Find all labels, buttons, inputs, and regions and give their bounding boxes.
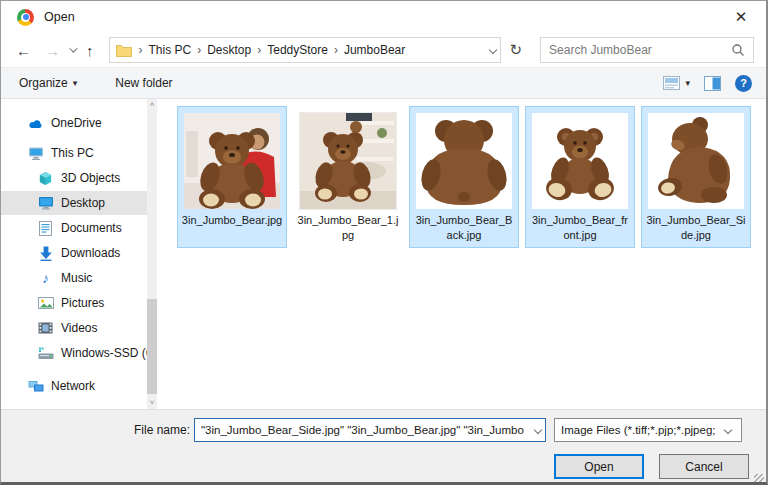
breadcrumb-separator: › bbox=[331, 43, 341, 57]
file-type-value: Image Files (*.tiff;*.pjp;*.pjpeg; bbox=[561, 424, 721, 436]
search-icon[interactable] bbox=[731, 43, 745, 57]
sidebar-item-label: 3D Objects bbox=[61, 171, 120, 185]
close-icon[interactable]: ✕ bbox=[726, 4, 756, 30]
sidebar-item-3d-objects[interactable]: 3D Objects bbox=[1, 166, 147, 190]
folder-icon bbox=[116, 44, 132, 57]
sidebar-item-label: Desktop bbox=[61, 196, 105, 210]
file-tile-jumbo-bear-side[interactable]: 3in_Jumbo_Bear_Side.jpg bbox=[641, 106, 751, 248]
up-icon[interactable]: ↑ bbox=[79, 42, 101, 59]
cancel-button[interactable]: Cancel bbox=[659, 454, 749, 479]
sidebar-item-label: Documents bbox=[61, 221, 122, 235]
address-bar[interactable]: › This PC › Desktop › TeddyStore › Jumbo… bbox=[109, 37, 501, 63]
cancel-button-label: Cancel bbox=[685, 460, 722, 474]
desktop-icon bbox=[37, 195, 54, 211]
resize-grip[interactable] bbox=[754, 474, 764, 484]
refresh-icon[interactable]: ↻ bbox=[501, 41, 532, 59]
sidebar-item-network[interactable]: Network bbox=[1, 374, 147, 398]
file-name-label: 3in_Jumbo_Bear_1.jpg bbox=[297, 213, 399, 243]
sidebar-item-videos[interactable]: Videos bbox=[1, 316, 147, 340]
help-icon[interactable]: ? bbox=[735, 75, 752, 92]
scroll-down-icon[interactable]: ˅ bbox=[148, 399, 156, 407]
file-tile-jumbo-bear-1[interactable]: 3in_Jumbo_Bear_1.jpg bbox=[293, 106, 403, 248]
cube-icon bbox=[37, 170, 54, 186]
file-name-label: 3in_Jumbo_Bear_Back.jpg bbox=[413, 213, 515, 243]
breadcrumb-teddystore[interactable]: TeddyStore bbox=[264, 43, 331, 57]
preview-pane-icon[interactable] bbox=[704, 76, 721, 91]
view-caret-icon: ▾ bbox=[685, 78, 690, 88]
open-file-dialog: Open ✕ ← → ↑ › This PC › Desktop › Teddy… bbox=[0, 0, 768, 485]
scroll-up-icon[interactable]: ˄ bbox=[148, 101, 156, 109]
change-view-button[interactable]: ▾ bbox=[663, 76, 690, 90]
open-button-label: Open bbox=[584, 460, 613, 474]
thumbnail-bear-in-room bbox=[300, 113, 396, 209]
sidebar-item-onedrive[interactable]: OneDrive bbox=[1, 111, 147, 135]
sidebar-item-desktop[interactable]: Desktop bbox=[1, 191, 147, 215]
new-folder-button[interactable]: New folder bbox=[115, 76, 172, 90]
sidebar-item-label: This PC bbox=[51, 146, 94, 160]
breadcrumb-separator: › bbox=[136, 43, 146, 57]
navigation-sidebar: OneDrive This PC 3D Objects Desktop bbox=[1, 99, 147, 409]
sidebar-item-this-pc[interactable]: This PC bbox=[1, 141, 147, 165]
download-icon bbox=[37, 245, 54, 261]
breadcrumb-desktop[interactable]: Desktop bbox=[204, 43, 254, 57]
organize-caret-icon: ▾ bbox=[73, 78, 78, 88]
file-name-label: 3in_Jumbo_Bear.jpg bbox=[181, 213, 283, 228]
organize-label: Organize bbox=[19, 76, 68, 90]
sidebar-scrollbar[interactable]: ˄ ˅ bbox=[147, 99, 157, 409]
file-name-label: 3in_Jumbo_Bear_front.jpg bbox=[529, 213, 631, 243]
search-box[interactable] bbox=[540, 37, 754, 63]
thumbnail-bear-with-girl bbox=[184, 113, 280, 209]
file-tiles-row: 3in_Jumbo_Bear.jpg bbox=[177, 106, 766, 248]
breadcrumb-separator: › bbox=[254, 43, 264, 57]
sidebar-item-label: Network bbox=[51, 379, 95, 393]
dialog-footer: File name: Image Files (*.tiff;*.pjp;*.p… bbox=[1, 409, 766, 485]
sidebar-item-label: Downloads bbox=[61, 246, 120, 260]
sidebar-item-pictures[interactable]: Pictures bbox=[1, 291, 147, 315]
document-icon bbox=[37, 220, 54, 236]
command-toolbar: Organize ▾ New folder ▾ ? bbox=[1, 67, 766, 99]
file-name-combobox[interactable] bbox=[194, 418, 546, 442]
dialog-body: OneDrive This PC 3D Objects Desktop bbox=[1, 99, 766, 409]
network-icon bbox=[27, 378, 44, 394]
breadcrumb-jumbobear[interactable]: JumboBear bbox=[341, 43, 408, 57]
sidebar-item-label: Windows-SSD (C bbox=[61, 346, 147, 360]
file-tile-jumbo-bear-front[interactable]: 3in_Jumbo_Bear_front.jpg bbox=[525, 106, 635, 248]
open-button[interactable]: Open bbox=[554, 454, 644, 479]
sidebar-item-downloads[interactable]: Downloads bbox=[1, 241, 147, 265]
chrome-logo-icon bbox=[17, 9, 34, 26]
view-mode-icon bbox=[663, 76, 680, 90]
drive-icon bbox=[37, 345, 54, 361]
new-folder-label: New folder bbox=[115, 76, 172, 90]
forward-icon: → bbox=[38, 42, 67, 59]
title-bar: Open ✕ bbox=[1, 1, 766, 33]
thumbnail-bear-side-view bbox=[648, 113, 744, 209]
thumbnail-bear-front-view bbox=[532, 113, 628, 209]
onedrive-cloud-icon bbox=[27, 115, 44, 131]
file-name-field-label: File name: bbox=[134, 423, 190, 437]
sidebar-item-label: Pictures bbox=[61, 296, 104, 310]
breadcrumb-separator: › bbox=[194, 43, 204, 57]
organize-button[interactable]: Organize ▾ bbox=[19, 76, 77, 90]
picture-icon bbox=[37, 295, 54, 311]
file-name-dropdown-chevron-icon[interactable] bbox=[534, 426, 542, 434]
sidebar-item-label: Videos bbox=[61, 321, 97, 335]
sidebar-item-windows-ssd[interactable]: Windows-SSD (C bbox=[1, 341, 147, 365]
breadcrumb-this-pc[interactable]: This PC bbox=[146, 43, 195, 57]
search-input[interactable] bbox=[549, 43, 731, 57]
file-name-label: 3in_Jumbo_Bear_Side.jpg bbox=[645, 213, 747, 243]
sidebar-item-label: OneDrive bbox=[51, 116, 102, 130]
file-name-input[interactable] bbox=[195, 424, 531, 436]
recent-locations-chevron-icon[interactable] bbox=[69, 44, 77, 52]
address-dropdown-chevron-icon[interactable] bbox=[488, 46, 496, 54]
video-icon bbox=[37, 320, 54, 336]
sidebar-item-documents[interactable]: Documents bbox=[1, 216, 147, 240]
scrollbar-thumb[interactable] bbox=[147, 299, 157, 394]
file-tile-jumbo-bear-back[interactable]: 3in_Jumbo_Bear_Back.jpg bbox=[409, 106, 519, 248]
file-tile-jumbo-bear[interactable]: 3in_Jumbo_Bear.jpg bbox=[177, 106, 287, 248]
back-icon[interactable]: ← bbox=[9, 42, 38, 59]
file-list-area: 3in_Jumbo_Bear.jpg bbox=[157, 99, 766, 409]
sidebar-item-music[interactable]: ♪ Music bbox=[1, 266, 147, 290]
sidebar-item-label: Music bbox=[61, 271, 92, 285]
computer-icon bbox=[27, 145, 44, 161]
file-type-dropdown[interactable]: Image Files (*.tiff;*.pjp;*.pjpeg; bbox=[554, 418, 742, 442]
